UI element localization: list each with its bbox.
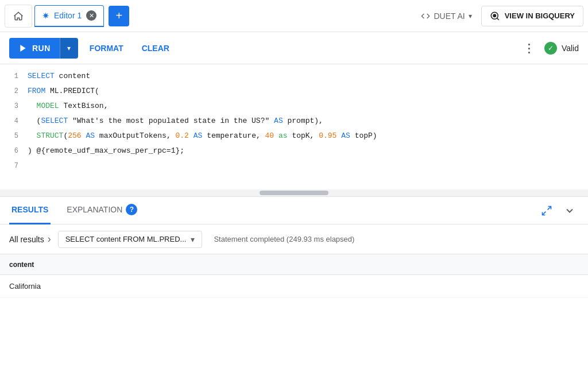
table-row: California bbox=[0, 275, 588, 298]
more-icon: ⋮ bbox=[523, 41, 535, 55]
play-icon bbox=[18, 44, 28, 53]
home-tab[interactable] bbox=[5, 5, 32, 28]
all-results-arrow-icon: › bbox=[48, 233, 51, 245]
expand-button[interactable] bbox=[537, 202, 556, 220]
query-select-chevron-icon: ▾ bbox=[191, 235, 195, 244]
code-line-5: 5 STRUCT(256 AS maxOutputTokens, 0.2 AS … bbox=[0, 129, 588, 144]
statement-status: Statement completed (249.93 ms elapsed) bbox=[214, 235, 354, 243]
results-actions bbox=[537, 202, 579, 220]
view-in-bigquery-button[interactable]: VIEW IN BIGQUERY bbox=[481, 6, 583, 26]
explanation-tab[interactable]: EXPLANATION ? bbox=[64, 197, 140, 224]
code-line-4: 4 (SELECT "What's the most populated sta… bbox=[0, 114, 588, 129]
tab-bar: ✷ Editor 1 ✕ + DUET AI ▾ VIEW IN BIGQUER… bbox=[0, 0, 588, 32]
code-line-6: 6 ) @{remote_udf_max_rows_per_rpc=1}; bbox=[0, 144, 588, 158]
results-tab[interactable]: RESULTS bbox=[9, 197, 51, 224]
line-number-4: 4 bbox=[0, 114, 28, 129]
line-code-6: ) @{remote_udf_max_rows_per_rpc=1}; bbox=[28, 144, 588, 158]
line-code-1: SELECT content bbox=[28, 69, 588, 84]
clear-label: CLEAR bbox=[142, 44, 169, 53]
run-label: RUN bbox=[32, 44, 51, 53]
code-content[interactable]: 1 SELECT content 2 FROM ML.PREDICT( 3 MO… bbox=[0, 64, 588, 189]
format-label: FORMAT bbox=[90, 44, 123, 53]
clear-button[interactable]: CLEAR bbox=[135, 38, 176, 59]
valid-badge: ✓ Valid bbox=[544, 42, 579, 55]
view-bigquery-label: VIEW IN BIGQUERY bbox=[505, 11, 575, 20]
line-code-2: FROM ML.PREDICT( bbox=[28, 84, 588, 99]
editor-tab-label: Editor 1 bbox=[54, 11, 82, 20]
explanation-tab-label: EXPLANATION bbox=[67, 205, 122, 214]
editor-icon: ✷ bbox=[42, 10, 49, 21]
add-icon: + bbox=[115, 9, 122, 22]
query-select-dropdown[interactable]: SELECT content FROM ML.PRED... ▾ bbox=[58, 231, 203, 248]
data-table: content California bbox=[0, 254, 588, 298]
valid-label: Valid bbox=[562, 44, 579, 53]
more-options-button[interactable]: ⋮ bbox=[519, 38, 540, 59]
svg-line-5 bbox=[543, 211, 546, 215]
code-line-2: 2 FROM ML.PREDICT( bbox=[0, 84, 588, 99]
tab-bar-right: DUET AI ▾ VIEW IN BIGQUERY bbox=[421, 6, 583, 26]
scrollbar-thumb[interactable] bbox=[260, 191, 328, 195]
format-button[interactable]: FORMAT bbox=[83, 38, 130, 59]
line-code-3: MODEL TextBison, bbox=[28, 99, 588, 114]
svg-point-2 bbox=[493, 14, 496, 17]
column-header-content: content bbox=[9, 261, 34, 269]
line-code-5: STRUCT(256 AS maxOutputTokens, 0.2 AS te… bbox=[28, 129, 588, 144]
duet-ai-label: DUET AI bbox=[434, 11, 465, 21]
svg-line-4 bbox=[548, 206, 551, 210]
code-line-1: 1 SELECT content bbox=[0, 69, 588, 84]
horizontal-scrollbar[interactable] bbox=[0, 189, 588, 196]
all-results-text: All results bbox=[9, 235, 44, 244]
code-line-3: 3 MODEL TextBison, bbox=[0, 99, 588, 114]
explanation-help-icon[interactable]: ? bbox=[126, 204, 137, 215]
line-number-3: 3 bbox=[0, 99, 28, 114]
line-number-2: 2 bbox=[0, 84, 28, 99]
editor-tab[interactable]: ✷ Editor 1 ✕ bbox=[34, 5, 104, 27]
valid-check-icon: ✓ bbox=[544, 42, 557, 55]
duet-ai-button[interactable]: DUET AI ▾ bbox=[421, 11, 471, 21]
results-tab-bar: RESULTS EXPLANATION ? bbox=[0, 197, 588, 224]
run-dropdown-chevron-icon: ▾ bbox=[67, 44, 71, 52]
collapse-button[interactable] bbox=[560, 202, 579, 220]
results-content: All results › SELECT content FROM ML.PRE… bbox=[0, 224, 588, 368]
results-panel: RESULTS EXPLANATION ? bbox=[0, 196, 588, 368]
chevron-down-icon bbox=[564, 205, 575, 216]
line-number-1: 1 bbox=[0, 69, 28, 84]
code-editor[interactable]: 1 SELECT content 2 FROM ML.PREDICT( 3 MO… bbox=[0, 64, 588, 196]
toolbar: RUN ▾ FORMAT CLEAR ⋮ ✓ Valid bbox=[0, 32, 588, 64]
line-number-6: 6 bbox=[0, 144, 28, 158]
query-select-text: SELECT content FROM ML.PRED... bbox=[65, 235, 187, 243]
all-results-label: All results › bbox=[9, 233, 51, 245]
cell-content-value: California bbox=[9, 282, 41, 290]
table-header: content bbox=[0, 254, 588, 275]
results-bar: All results › SELECT content FROM ML.PRE… bbox=[0, 224, 588, 254]
svg-line-1 bbox=[497, 18, 498, 20]
code-line-7: 7 bbox=[0, 158, 588, 173]
line-number-5: 5 bbox=[0, 129, 28, 144]
line-number-7: 7 bbox=[0, 158, 28, 173]
add-tab-button[interactable]: + bbox=[109, 6, 129, 26]
expand-icon bbox=[541, 205, 552, 216]
close-tab-button[interactable]: ✕ bbox=[86, 10, 96, 21]
line-code-4: (SELECT "What's the most populated state… bbox=[28, 114, 588, 129]
results-tab-label: RESULTS bbox=[11, 205, 48, 214]
duet-ai-chevron-icon: ▾ bbox=[469, 12, 472, 20]
run-dropdown-button[interactable]: ▾ bbox=[60, 38, 78, 59]
run-main-button[interactable]: RUN bbox=[9, 38, 60, 59]
svg-marker-3 bbox=[20, 45, 25, 52]
run-button-group: RUN ▾ bbox=[9, 38, 78, 59]
